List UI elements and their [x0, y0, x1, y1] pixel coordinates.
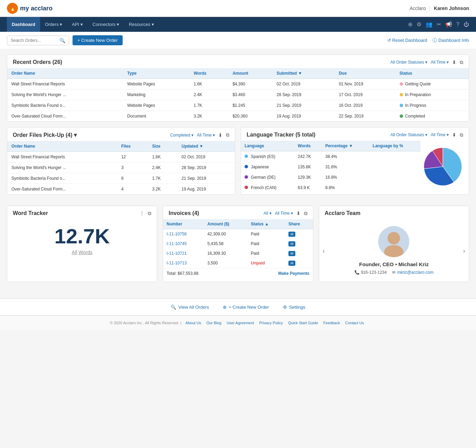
search-box[interactable]: 🔍 [7, 36, 69, 45]
order-name-cell[interactable]: Symbiotic Bacteria Found o... [7, 100, 123, 111]
order-name-cell[interactable]: Wall Street Financial Reports [7, 79, 123, 90]
of-name-cell[interactable]: Wall Street Financial Reports [7, 152, 117, 162]
table-row: French (CAN) 63.9 K 8.8% [241, 183, 420, 193]
order-files-time-filter[interactable]: All Time ▾ [197, 133, 215, 138]
order-name-cell[interactable]: Over-Saturated Cloud Form... [7, 111, 123, 122]
download-icon[interactable]: ⬇ [452, 59, 456, 65]
of-name-cell[interactable]: Solving the World's Hunger ... [7, 162, 117, 173]
nav-dashboard[interactable]: Dashboard [7, 17, 40, 32]
amount-cell: $1.245 [228, 100, 273, 111]
help-icon[interactable]: ? [456, 21, 459, 28]
contact-link[interactable]: Contact Us [345, 321, 364, 325]
invoices-download-icon[interactable]: ⬇ [296, 211, 301, 216]
lt-lang-cell: German (DE) [241, 172, 294, 183]
username-label: Karen Johnson [434, 6, 469, 11]
lang-time-filter[interactable]: All Time ▾ [431, 132, 449, 137]
team-next-button[interactable]: › [463, 246, 465, 254]
of-name-cell[interactable]: Symbiotic Bacteria Found o... [7, 173, 117, 184]
announce-icon[interactable]: 📢 [445, 21, 452, 28]
blog-link[interactable]: Our Blog [206, 321, 221, 325]
search-input[interactable] [11, 38, 59, 43]
lt-lang-cell: French (CAN) [241, 183, 294, 193]
inv-number-cell[interactable]: I-11-10756 [163, 229, 204, 239]
agreement-link[interactable]: User Agreement [227, 321, 254, 325]
table-row: Over-Saturated Cloud Form... 4 3.2K 19 A… [7, 184, 235, 195]
share-email-icon[interactable]: ✉ [288, 251, 295, 256]
order-status-filter[interactable]: All Order Statuses ▾ [390, 60, 427, 65]
team-prev-button[interactable]: ‹ [323, 246, 325, 254]
feedback-link[interactable]: Feedback [323, 321, 340, 325]
invoices-expand-icon[interactable]: ⧉ [304, 211, 307, 216]
of-files-cell: 12 [117, 152, 148, 162]
inv-col-amount: Amount ($) [204, 219, 247, 229]
nav-connectors[interactable]: Connectors ▾ [88, 17, 124, 32]
status-cell: In Preparation [396, 90, 469, 100]
lt-chart-cell [369, 172, 420, 183]
reset-dashboard-button[interactable]: ↺ Reset Dashboard [387, 38, 427, 43]
footer-settings-button[interactable]: ⚙ Settings [283, 305, 305, 310]
gear-icon[interactable]: ⚙ [417, 21, 421, 28]
lang-download-icon[interactable]: ⬇ [452, 132, 456, 138]
nav-api[interactable]: API ▾ [67, 17, 88, 32]
share-email-icon[interactable]: ✉ [288, 232, 295, 237]
inv-number-cell[interactable]: I-11-10721 [163, 249, 204, 258]
tools-icon[interactable]: ✂ [437, 21, 441, 28]
invoices-footer: Total: $67,553.88 Make Payments [163, 268, 313, 279]
share-email-icon[interactable]: ✉ [288, 241, 295, 246]
inv-share-cell[interactable]: ✉ [285, 258, 313, 268]
nav-orders[interactable]: Orders ▾ [40, 17, 67, 32]
order-files-title: Order Files Pick-Up (4) ▾ [13, 132, 77, 138]
dashboard-info-button[interactable]: ⓘ Dashboard Info [432, 37, 469, 44]
create-new-order-button[interactable]: + Create New Order [73, 35, 123, 45]
order-files-expand-icon[interactable]: ⧉ [226, 132, 229, 138]
order-files-download-icon[interactable]: ⬇ [218, 132, 222, 138]
of-col-updated[interactable]: Updated ▼ [177, 141, 235, 152]
privacy-link[interactable]: Privacy Policy [259, 321, 283, 325]
type-cell: Website Pages [123, 100, 189, 111]
share-email-icon[interactable]: ✉ [288, 261, 295, 266]
footer-create-order-button[interactable]: ⊕ + Create New Order [223, 305, 269, 310]
view-all-orders-button[interactable]: 🔍 View All Orders [171, 305, 209, 310]
phone-number: 916-123-1234 [361, 270, 387, 275]
invoices-status-filter[interactable]: All ▾ [264, 211, 272, 216]
expand-icon[interactable]: ⧉ [460, 59, 463, 65]
amount-cell: $20,360 [228, 111, 273, 122]
inv-number-cell[interactable]: I-11-10713 [163, 258, 204, 268]
order-name-cell[interactable]: Solving the World's Hunger ... [7, 90, 123, 100]
table-row: Symbiotic Bacteria Found o... Website Pa… [7, 100, 469, 111]
team-email[interactable]: ✉ mkriz@acclaro.com [392, 270, 434, 275]
col-submitted[interactable]: Submitted ▼ [273, 68, 335, 79]
make-payments-button[interactable]: Make Payments [278, 271, 310, 276]
power-icon[interactable]: ⏻ [464, 21, 469, 28]
invoices-time-filter[interactable]: All Time ▾ [275, 211, 293, 216]
of-name-cell[interactable]: Over-Saturated Cloud Form... [7, 184, 117, 195]
table-row: Solving the World's Hunger ... Marketing… [7, 90, 469, 100]
col-due: Due [335, 68, 396, 79]
inv-number-cell[interactable]: I-11-10745 [163, 239, 204, 249]
about-link[interactable]: About Us [185, 321, 201, 325]
users-icon[interactable]: 👥 [426, 21, 432, 28]
completed-filter[interactable]: Completed ▾ [170, 133, 193, 138]
inv-share-cell[interactable]: ✉ [285, 229, 313, 239]
bottom-row: Word Tracker ⋮ ⧉ 12.7K All Words Invoice… [7, 206, 469, 288]
inv-col-status[interactable]: Status ▲ [247, 219, 285, 229]
submitted-cell: 28 Sep. 2019 [273, 90, 335, 100]
all-words-link[interactable]: All [72, 250, 77, 255]
inv-share-cell[interactable]: ✉ [285, 239, 313, 249]
svg-point-1 [388, 232, 400, 244]
inv-share-cell[interactable]: ✉ [285, 249, 313, 258]
lt-col-pct[interactable]: Percentage ▼ [322, 141, 369, 151]
word-tracker-menu-icon[interactable]: ⋮ [140, 211, 144, 216]
add-icon[interactable]: ⊕ [408, 21, 412, 28]
footer-create-icon: ⊕ [223, 305, 227, 310]
lang-expand-icon[interactable]: ⧉ [460, 132, 463, 138]
lang-status-filter[interactable]: All Order Statuses ▾ [390, 132, 427, 137]
quickstart-link[interactable]: Quick Start Guide [288, 321, 318, 325]
word-tracker-expand-icon[interactable]: ⧉ [148, 211, 151, 216]
logo[interactable]: 🔥 my acclaro [7, 3, 53, 14]
lt-pct-cell: 16.8% [322, 172, 369, 183]
all-time-filter[interactable]: All Time ▾ [431, 60, 449, 65]
lt-chart-cell [369, 162, 420, 172]
status-dot [400, 114, 403, 118]
nav-resources[interactable]: Resources ▾ [124, 17, 159, 32]
